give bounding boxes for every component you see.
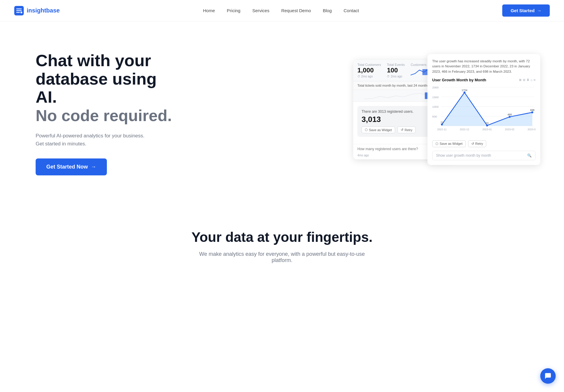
hero-content: Chat with your database using AI. No cod… xyxy=(36,51,178,175)
section2: Your data at your fingertips. We make an… xyxy=(0,199,564,281)
metric-events: Total Events 100 ⏱ 2mo ago xyxy=(387,63,405,78)
section2-title: Your data at your fingertips. xyxy=(12,229,552,245)
chart-visualization: 2000 1500 1000 500 2022-11 2022-12 xyxy=(432,85,536,137)
svg-rect-2 xyxy=(422,69,428,75)
chart-card: The user growth has increased steadily m… xyxy=(427,54,540,165)
logo-text: insightbase xyxy=(27,7,60,14)
svg-text:72: 72 xyxy=(441,121,443,124)
chart-zoom-icon[interactable]: ⊕ xyxy=(519,78,522,82)
svg-text:2000: 2000 xyxy=(432,86,439,89)
hero-get-started-button[interactable]: Get Started Now → xyxy=(36,158,107,175)
chart-title-bar: User Growth Month by Month ⊕ ⊖ ⬇ ⌂ ≡ xyxy=(432,78,536,82)
chart-input-area[interactable]: Show user growth month by month 🔍 xyxy=(432,151,536,160)
hero-screenshots: Total Customers 1,000 ⏱ 2mo ago Total Ev… xyxy=(347,51,540,176)
chart-save-widget-button[interactable]: ⬡ Save as Widget xyxy=(432,140,466,147)
svg-text:500: 500 xyxy=(432,115,437,118)
hero-section: Chat with your database using AI. No cod… xyxy=(0,21,564,199)
chart-menu-icon[interactable]: ≡ xyxy=(534,78,536,82)
chart-search-icon: 🔍 xyxy=(527,153,532,158)
svg-point-25 xyxy=(509,116,511,118)
svg-text:2023-01: 2023-01 xyxy=(482,128,492,131)
nav-contact[interactable]: Contact xyxy=(344,8,359,13)
nav-services[interactable]: Services xyxy=(252,8,270,13)
svg-text:2022-11: 2022-11 xyxy=(437,128,447,131)
svg-text:1724: 1724 xyxy=(462,89,467,92)
chart-zoom-out-icon[interactable]: ⊖ xyxy=(523,78,525,82)
svg-point-23 xyxy=(486,124,488,126)
retry-button[interactable]: ↺ Retry xyxy=(397,126,416,133)
chart-download-icon[interactable]: ⬇ xyxy=(527,78,529,82)
svg-text:23: 23 xyxy=(486,121,489,124)
metric-customers: Total Customers 1,000 ⏱ 2mo ago xyxy=(357,63,381,78)
svg-point-1 xyxy=(20,12,22,13)
svg-text:698: 698 xyxy=(530,109,535,112)
nav-pricing[interactable]: Pricing xyxy=(227,8,240,13)
navbar: insightbase Home Pricing Services Reques… xyxy=(0,0,564,21)
svg-point-27 xyxy=(531,111,533,113)
svg-text:2022-12: 2022-12 xyxy=(460,128,469,131)
svg-text:1000: 1000 xyxy=(432,105,439,108)
svg-text:2023-03: 2023-03 xyxy=(527,128,536,131)
chart-home-icon[interactable]: ⌂ xyxy=(530,78,533,82)
user-growth-chart: 2000 1500 1000 500 2022-11 2022-12 xyxy=(432,85,536,136)
nav-get-started-button[interactable]: Get Started → xyxy=(502,4,550,17)
section2-subtitle: We make analytics easy for everyone, wit… xyxy=(193,251,371,264)
hero-subtitle: Powerful AI-powered analytics for your b… xyxy=(36,132,178,148)
svg-marker-18 xyxy=(442,93,533,126)
save-widget-button[interactable]: ⬡ Save as Widget xyxy=(362,126,395,133)
svg-text:1500: 1500 xyxy=(432,95,439,99)
chart-content: The user growth has increased steadily m… xyxy=(427,54,540,165)
logo-icon xyxy=(14,6,24,15)
svg-text:2023-02: 2023-02 xyxy=(505,128,514,131)
nav-home[interactable]: Home xyxy=(203,8,215,13)
chart-actions: ⬡ Save as Widget ↺ Retry xyxy=(432,140,536,147)
nav-blog[interactable]: Blog xyxy=(323,8,332,13)
chart-retry-button[interactable]: ↺ Retry xyxy=(468,140,486,147)
hero-title: Chat with your database using AI. No cod… xyxy=(36,51,178,124)
nav-links: Home Pricing Services Request Demo Blog … xyxy=(203,8,359,13)
nav-request-demo[interactable]: Request Demo xyxy=(281,8,311,13)
chart-icon-group: ⊕ ⊖ ⬇ ⌂ ≡ xyxy=(519,78,536,82)
svg-point-21 xyxy=(463,91,465,93)
svg-text:466: 466 xyxy=(508,113,512,116)
logo[interactable]: insightbase xyxy=(14,6,60,15)
